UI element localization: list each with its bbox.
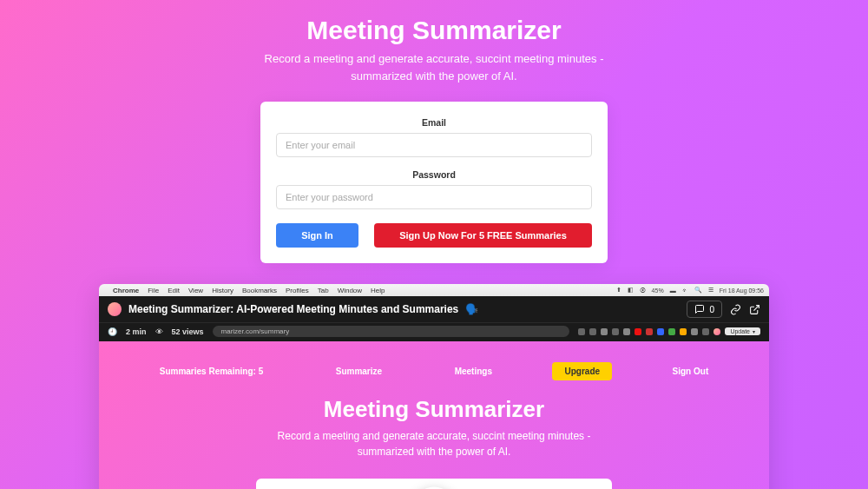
- password-label: Password: [276, 169, 592, 180]
- signup-button[interactable]: Sign Up Now For 5 FREE Summaries: [374, 223, 592, 248]
- demo-video[interactable]: Chrome File Edit View History Bookmarks …: [99, 284, 769, 489]
- external-link-icon[interactable]: [748, 303, 760, 315]
- nav-remaining: Summaries Remaining: 5: [148, 362, 275, 380]
- chevron-down-icon: ▾: [753, 328, 755, 334]
- video-frame: Summaries Remaining: 5 Summarize Meeting…: [99, 341, 769, 489]
- menu-file: File: [148, 287, 159, 294]
- link-icon[interactable]: [729, 303, 741, 315]
- menu-bookmarks: Bookmarks: [242, 287, 277, 294]
- menu-edit: Edit: [168, 287, 180, 294]
- video-views: 52 views: [172, 327, 204, 336]
- macos-menubar: Chrome File Edit View History Bookmarks …: [99, 284, 769, 296]
- battery-percent: 45%: [652, 287, 664, 294]
- video-hero-title: Meeting Summarizer: [123, 396, 745, 423]
- app-nav: Summaries Remaining: 5 Summarize Meeting…: [123, 362, 745, 380]
- page-title: Meeting Summarizer: [0, 16, 868, 45]
- clock-icon: 🕘: [108, 327, 117, 336]
- menubar-icon: ⦿: [640, 287, 646, 294]
- menu-chrome: Chrome: [113, 287, 139, 294]
- video-hero-subtitle: Record a meeting and generate accurate, …: [123, 428, 745, 459]
- comment-button[interactable]: 0: [687, 301, 722, 318]
- speaker-icon: 🗣️: [465, 303, 478, 315]
- eye-icon: 👁: [155, 327, 163, 336]
- battery-icon: ▬: [670, 287, 676, 294]
- video-titlebar: Meeting Summarizer: AI-Powered Meeting M…: [99, 296, 769, 322]
- password-field[interactable]: [276, 185, 592, 209]
- nav-summarize[interactable]: Summarize: [324, 362, 394, 380]
- wifi-icon: ᯤ: [682, 287, 688, 294]
- update-button[interactable]: Update ▾: [725, 327, 760, 335]
- email-field[interactable]: [276, 133, 592, 157]
- menu-profiles: Profiles: [286, 287, 309, 294]
- video-duration: 2 min: [126, 327, 147, 336]
- avatar: [108, 302, 122, 316]
- nav-upgrade[interactable]: Upgrade: [552, 362, 612, 380]
- signin-card: Email Password Sign In Sign Up Now For 5…: [260, 102, 608, 263]
- record-card: [256, 479, 612, 489]
- menubar-datetime: Fri 18 Aug 09:56: [720, 287, 764, 294]
- nav-signout[interactable]: Sign Out: [661, 362, 721, 380]
- video-metabar: 🕘 2 min 👁 52 views marizer.com/summary U…: [99, 322, 769, 341]
- page-subtitle: Record a meeting and generate accurate, …: [0, 50, 868, 84]
- video-title: Meeting Summarizer: AI-Powered Meeting M…: [128, 303, 458, 315]
- menu-history: History: [212, 287, 233, 294]
- signin-button[interactable]: Sign In: [276, 223, 358, 248]
- menu-tab: Tab: [318, 287, 329, 294]
- menu-view: View: [188, 287, 203, 294]
- menu-help: Help: [371, 287, 385, 294]
- menubar-icon: ◧: [628, 287, 634, 294]
- search-icon: 🔍: [694, 287, 702, 294]
- menubar-icon: ⬆: [616, 287, 621, 294]
- comment-icon: [694, 304, 705, 314]
- extension-icons: Update ▾: [578, 327, 760, 335]
- email-label: Email: [276, 117, 592, 128]
- menu-window: Window: [338, 287, 362, 294]
- address-bar: marizer.com/summary: [213, 326, 570, 337]
- control-center-icon: ☰: [708, 287, 713, 294]
- nav-meetings[interactable]: Meetings: [443, 362, 504, 380]
